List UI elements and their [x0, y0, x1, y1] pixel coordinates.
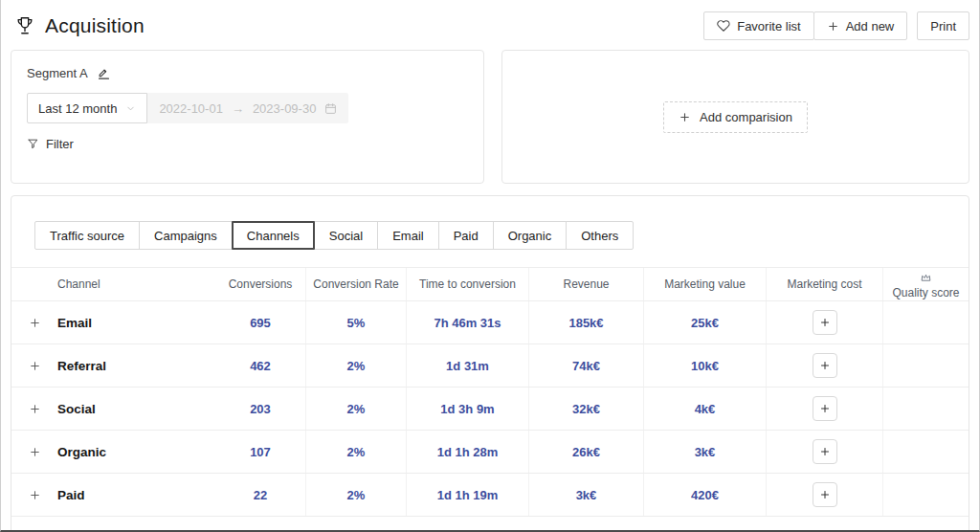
segment-header: Segment A — [27, 66, 468, 80]
add-comparison-label: Add comparision — [700, 110, 792, 124]
revenue-cell: 74k€ — [528, 344, 643, 387]
quality-score-cell — [882, 388, 969, 430]
expand-row-button[interactable] — [25, 399, 45, 419]
revenue-cell: 3k€ — [528, 474, 643, 516]
tab-campaigns[interactable]: Campaigns — [139, 221, 233, 250]
trophy-icon — [14, 15, 35, 36]
add-marketing-cost-button[interactable] — [813, 353, 837, 378]
time-to-conversion-cell: 1d 1h 28m — [406, 431, 528, 473]
print-button[interactable]: Print — [917, 11, 969, 40]
add-new-label: Add new — [846, 19, 895, 33]
revenue-cell: 26k€ — [528, 431, 643, 473]
calendar-icon — [324, 102, 337, 115]
time-to-conversion-cell: 1d 31m — [406, 344, 528, 387]
edit-pencil-icon[interactable] — [97, 66, 111, 80]
expand-row-button[interactable] — [25, 356, 45, 376]
table-row: Social 203 2% 1d 3h 9m 32k€ 4k€ — [11, 388, 969, 431]
conversion-rate-cell: 2% — [305, 388, 406, 430]
add-marketing-cost-button[interactable] — [813, 396, 837, 421]
table-row: Paid 22 2% 1d 1h 19m 3k€ 420€ — [11, 474, 969, 517]
header-actions: Favorite list Add new Print — [703, 11, 969, 40]
tab-email[interactable]: Email — [377, 221, 439, 250]
add-marketing-cost-button[interactable] — [813, 482, 837, 507]
expand-row-button[interactable] — [25, 485, 45, 505]
plus-icon — [827, 20, 839, 33]
heart-icon — [717, 19, 730, 33]
filter-button[interactable]: Filter — [27, 137, 74, 151]
comparison-panel: Add comparision — [501, 50, 969, 184]
column-header-marketing-cost: Marketing cost — [766, 268, 882, 300]
add-marketing-cost-button[interactable] — [813, 310, 837, 335]
tab-others[interactable]: Others — [566, 221, 634, 250]
page-header: Acquisition Favorite list — [1, 0, 979, 50]
page-title-group: Acquisition — [14, 14, 145, 37]
quality-score-cell — [882, 474, 969, 516]
marketing-value-cell: 10k€ — [643, 344, 766, 387]
filter-panels: Segment A Last 12 month — [1, 50, 979, 184]
marketing-value-cell: 4k€ — [643, 388, 766, 430]
tab-bar: Traffic source Campaigns Channels Social… — [34, 221, 969, 250]
conversions-cell: 695 — [215, 301, 305, 344]
tab-organic[interactable]: Organic — [493, 221, 568, 250]
header-button-group: Favorite list Add new — [703, 11, 907, 40]
segment-name: Segment A — [27, 66, 88, 80]
conversion-rate-cell: 2% — [305, 344, 406, 387]
conversions-cell: 462 — [215, 344, 305, 387]
segment-panel: Segment A Last 12 month — [11, 50, 484, 184]
time-to-conversion-cell: 1d 3h 9m — [406, 388, 528, 430]
conversion-rate-cell: 2% — [305, 431, 406, 473]
marketing-value-cell: 420€ — [643, 474, 766, 516]
add-comparison-button[interactable]: Add comparision — [663, 101, 808, 133]
chevron-down-icon — [125, 103, 136, 114]
marketing-value-cell: 25k€ — [643, 301, 766, 344]
column-header-conversions: Conversions — [215, 268, 305, 300]
column-header-time-to-conversion: Time to conversion — [406, 268, 528, 300]
tab-social[interactable]: Social — [314, 221, 378, 250]
conversion-rate-cell: 2% — [305, 474, 406, 516]
channel-cell: Social — [57, 388, 215, 430]
tab-channels[interactable]: Channels — [232, 221, 315, 250]
conversions-cell: 203 — [215, 388, 305, 430]
channel-cell: Organic — [57, 431, 215, 473]
date-range-input[interactable]: 2022-10-01 → 2023-09-30 — [147, 93, 348, 123]
expand-row-button[interactable] — [25, 442, 45, 462]
column-header-marketing-value: Marketing value — [643, 268, 766, 300]
favorite-list-button[interactable]: Favorite list — [703, 11, 813, 40]
time-to-conversion-cell: 7h 46m 31s — [406, 301, 528, 344]
plus-icon — [679, 111, 691, 123]
revenue-cell: 32k€ — [528, 388, 643, 430]
table-row: Referral 462 2% 1d 31m 74k€ 10k€ — [11, 344, 969, 388]
column-header-channel: Channel — [57, 268, 215, 300]
page-title: Acquisition — [45, 14, 145, 37]
channel-cell: Paid — [57, 474, 215, 516]
crown-icon — [920, 272, 932, 284]
table-row: Organic 107 2% 1d 1h 28m 26k€ 3k€ — [11, 431, 969, 474]
period-select-value: Last 12 month — [38, 101, 117, 116]
quality-score-cell — [882, 301, 969, 344]
conversion-rate-cell: 5% — [305, 301, 406, 344]
time-to-conversion-cell: 1d 1h 19m — [406, 474, 528, 516]
funnel-icon — [27, 138, 39, 150]
period-select[interactable]: Last 12 month — [27, 93, 147, 123]
date-end-value: 2023-09-30 — [253, 101, 317, 116]
conversions-cell: 22 — [215, 474, 305, 516]
expand-row-button[interactable] — [25, 313, 45, 333]
arrow-right-icon: → — [232, 101, 244, 116]
tab-paid[interactable]: Paid — [438, 221, 494, 250]
header-expand-spacer — [11, 268, 57, 300]
add-marketing-cost-button[interactable] — [813, 439, 837, 464]
date-start-value: 2022-10-01 — [159, 101, 223, 116]
conversions-cell: 107 — [215, 431, 305, 473]
channel-cell: Referral — [57, 344, 215, 387]
revenue-cell: 185k€ — [528, 301, 643, 344]
column-header-conversion-rate: Conversion Rate — [305, 268, 406, 300]
marketing-value-cell: 3k€ — [643, 431, 766, 473]
column-header-quality-score: Quality score — [882, 268, 969, 300]
quality-score-cell — [882, 344, 969, 387]
column-header-revenue: Revenue — [528, 268, 643, 300]
tab-traffic-source[interactable]: Traffic source — [34, 221, 140, 250]
quality-score-label: Quality score — [892, 286, 959, 299]
filter-label: Filter — [46, 137, 74, 151]
channel-cell: Email — [57, 301, 215, 344]
add-new-button[interactable]: Add new — [813, 11, 908, 40]
